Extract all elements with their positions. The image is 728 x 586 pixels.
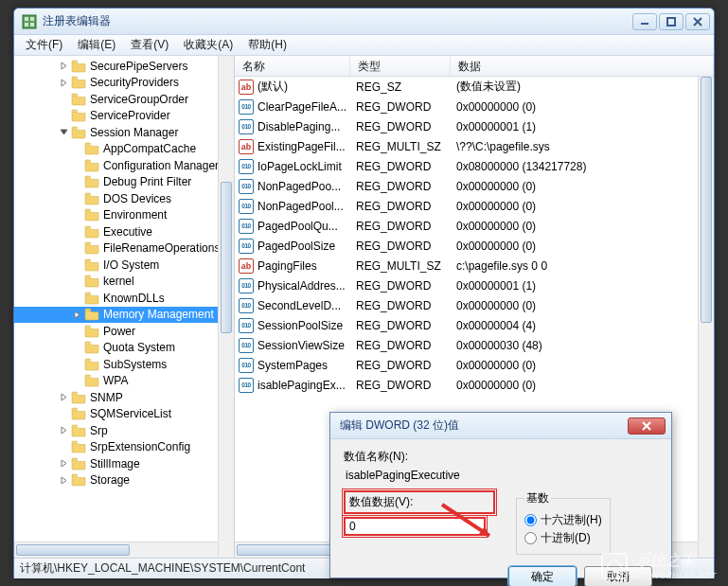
tree-item-label: AppCompatCache — [103, 142, 196, 155]
window-title: 注册表编辑器 — [43, 13, 632, 29]
minimize-button[interactable] — [632, 13, 657, 30]
tree-item-label: KnownDLLs — [103, 292, 165, 305]
col-header-data[interactable]: 数据 — [451, 56, 714, 76]
expander-closed-icon[interactable] — [71, 309, 82, 320]
tree-item[interactable]: ServiceGroupOrder — [14, 91, 234, 108]
ok-button[interactable]: 确定 — [508, 566, 577, 586]
tree-item[interactable]: Debug Print Filter — [14, 174, 234, 191]
list-row[interactable]: NonPagedPoo...REG_DWORD0x00000000 (0) — [235, 176, 714, 196]
tree-item-label: Power — [103, 325, 135, 338]
cell-name: SessionViewSize — [257, 339, 356, 352]
titlebar[interactable]: 注册表编辑器 — [14, 9, 714, 35]
close-button[interactable] — [685, 13, 710, 30]
expander-closed-icon[interactable] — [58, 474, 69, 486]
list-scrollbar[interactable] — [698, 77, 714, 558]
menu-edit[interactable]: 编辑(E) — [70, 35, 123, 55]
menu-file[interactable]: 文件(F) — [18, 35, 70, 55]
scrollbar-thumb[interactable] — [701, 77, 712, 323]
expander-closed-icon[interactable] — [58, 77, 69, 88]
list-row[interactable]: isablePagingEx...REG_DWORD0x00000000 (0) — [235, 375, 714, 395]
list-row[interactable]: ClearPageFileA...REG_DWORD0x00000000 (0) — [235, 97, 714, 116]
dialog-close-button[interactable] — [628, 417, 666, 435]
tree-item[interactable]: I/O System — [14, 257, 234, 274]
tree-item[interactable]: Storage — [14, 472, 234, 489]
tree-item[interactable]: SNMP — [14, 389, 234, 406]
tree-item[interactable]: Power — [14, 323, 234, 340]
tree-item[interactable]: SubSystems — [14, 356, 234, 373]
menubar: 文件(F) 编辑(E) 查看(V) 收藏夹(A) 帮助(H) — [14, 35, 714, 56]
scrollbar-thumb[interactable] — [221, 182, 232, 333]
dialog-titlebar[interactable]: 编辑 DWORD (32 位)值 — [330, 413, 671, 439]
list-row[interactable]: SystemPagesREG_DWORD0x00000000 (0) — [235, 355, 714, 375]
cell-name: NonPagedPool... — [257, 200, 356, 213]
expander-closed-icon[interactable] — [58, 458, 69, 470]
list-row[interactable]: PagedPoolSizeREG_DWORD0x00000000 (0) — [235, 236, 714, 256]
tree-item[interactable]: FileRenameOperations — [14, 240, 234, 257]
cell-type: REG_DWORD — [356, 359, 456, 372]
expander-closed-icon[interactable] — [58, 425, 69, 436]
expander-closed-icon[interactable] — [58, 61, 69, 72]
tree-item[interactable]: SecurityProviders — [14, 75, 234, 92]
radio-hex-input[interactable] — [524, 514, 537, 526]
value-list[interactable]: (默认)REG_SZ(数值未设置)ClearPageFileA...REG_DW… — [235, 77, 714, 395]
cell-name: ExistingPageFil... — [257, 140, 356, 153]
binary-value-icon — [239, 298, 254, 313]
tree-item-label: ServiceGroupOrder — [90, 93, 188, 106]
list-row[interactable]: DisablePaging...REG_DWORD0x00000001 (1) — [235, 116, 714, 136]
menu-view[interactable]: 查看(V) — [123, 35, 176, 55]
cell-name: PagedPoolQu... — [257, 220, 356, 233]
tree-item[interactable]: SrpExtensionConfig — [14, 439, 234, 456]
col-header-name[interactable]: 名称 — [235, 56, 350, 76]
list-row[interactable]: IoPageLockLimitREG_DWORD0x08000000 (1342… — [235, 156, 714, 176]
menu-help[interactable]: 帮助(H) — [240, 35, 294, 55]
cell-name: SecondLevelD... — [257, 299, 356, 312]
list-row[interactable]: ExistingPageFil...REG_MULTI_SZ\??\C:\pag… — [235, 136, 714, 156]
list-row[interactable]: (默认)REG_SZ(数值未设置) — [235, 77, 714, 97]
tree-item[interactable]: Memory Management — [14, 307, 234, 324]
radio-dec[interactable]: 十进制(D) — [524, 530, 602, 546]
col-header-type[interactable]: 类型 — [350, 56, 451, 76]
svg-rect-1 — [25, 17, 28, 21]
tree-item[interactable]: Environment — [14, 207, 234, 224]
tree-item[interactable]: SQMServiceList — [14, 406, 234, 423]
tree-item[interactable]: SecurePipeServers — [14, 58, 234, 75]
value-data-field[interactable] — [344, 517, 486, 536]
tree-hscrollbar[interactable] — [14, 542, 218, 558]
expander-none — [58, 441, 69, 453]
scrollbar-thumb[interactable] — [16, 544, 130, 556]
maximize-button[interactable] — [659, 13, 684, 30]
tree-item[interactable]: Quota System — [14, 340, 234, 357]
expander-closed-icon[interactable] — [58, 392, 69, 403]
registry-tree[interactable]: SecurePipeServersSecurityProvidersServic… — [14, 56, 234, 490]
tree-item[interactable]: ServiceProvider — [14, 108, 234, 125]
tree-item[interactable]: kernel — [14, 274, 234, 291]
tree-item[interactable]: AppCompatCache — [14, 141, 234, 158]
cell-type: REG_DWORD — [356, 220, 456, 233]
tree-item-label: ServiceProvider — [90, 109, 170, 122]
list-row[interactable]: PhysicalAddres...REG_DWORD0x00000001 (1) — [235, 275, 714, 295]
svg-rect-3 — [25, 23, 28, 27]
tree-item[interactable]: Session Manager — [14, 124, 234, 141]
tree-item[interactable]: KnownDLLs — [14, 290, 234, 307]
radio-hex[interactable]: 十六进制(H) — [524, 512, 602, 528]
list-row[interactable]: PagingFilesREG_MULTI_SZc:\pagefile.sys 0… — [235, 256, 714, 275]
list-row[interactable]: SessionViewSizeREG_DWORD0x00000030 (48) — [235, 335, 714, 355]
tree-scrollbar[interactable] — [218, 56, 234, 558]
tree-item-label: kernel — [103, 275, 134, 288]
list-row[interactable]: PagedPoolQu...REG_DWORD0x00000000 (0) — [235, 216, 714, 236]
radio-dec-input[interactable] — [524, 532, 537, 544]
tree-item[interactable]: StillImage — [14, 455, 234, 472]
dialog-title: 编辑 DWORD (32 位)值 — [340, 417, 628, 434]
tree-item[interactable]: Configuration Manager — [14, 157, 234, 174]
svg-rect-2 — [30, 17, 34, 21]
tree-item[interactable]: DOS Devices — [14, 190, 234, 207]
list-row[interactable]: SecondLevelD...REG_DWORD0x00000000 (0) — [235, 295, 714, 315]
expander-open-icon[interactable] — [58, 127, 69, 138]
tree-item[interactable]: Srp — [14, 422, 234, 439]
list-row[interactable]: NonPagedPool...REG_DWORD0x00000000 (0) — [235, 196, 714, 216]
tree-item[interactable]: Executive — [14, 223, 234, 240]
tree-item-label: SNMP — [90, 391, 123, 404]
tree-item[interactable]: WPA — [14, 373, 234, 390]
list-row[interactable]: SessionPoolSizeREG_DWORD0x00000004 (4) — [235, 315, 714, 335]
menu-favorites[interactable]: 收藏夹(A) — [176, 35, 240, 55]
